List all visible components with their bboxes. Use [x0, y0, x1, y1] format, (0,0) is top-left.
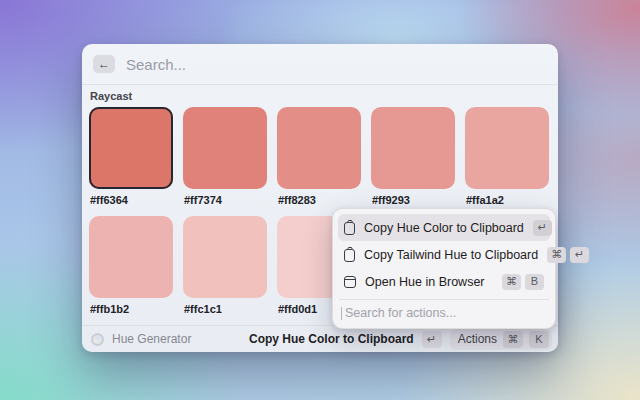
- actions-button[interactable]: Actions ⌘ K: [450, 329, 552, 350]
- menu-item-shortcut: ⌘ ↵: [547, 247, 589, 263]
- color-swatch[interactable]: [465, 107, 549, 189]
- return-key-badge: ↵: [533, 220, 552, 236]
- swatch-hex-label: #ff6364: [90, 194, 173, 206]
- menu-item-copy-hue-color[interactable]: Copy Hue Color to Clipboard ↵: [338, 214, 550, 241]
- search-input[interactable]: Search...: [126, 56, 186, 73]
- swatch-cell[interactable]: #ff7374: [183, 107, 267, 206]
- command-key-badge: ⌘: [503, 331, 523, 348]
- actions-menu-popup: Copy Hue Color to Clipboard ↵ Copy Tailw…: [332, 208, 556, 329]
- text-cursor: [341, 307, 342, 320]
- color-swatch[interactable]: [371, 107, 455, 189]
- swatch-hex-label: #ff8283: [278, 194, 361, 206]
- back-button[interactable]: ←: [93, 55, 115, 73]
- actions-search-input[interactable]: Search for actions...: [338, 300, 550, 323]
- extension-info: Hue Generator: [91, 332, 191, 346]
- hue-generator-icon: [91, 333, 104, 346]
- extension-name: Hue Generator: [112, 332, 191, 346]
- swatch-cell[interactable]: #ff9293: [371, 107, 455, 206]
- swatch-cell[interactable]: #ffa1a2: [465, 107, 549, 206]
- color-swatch[interactable]: [183, 107, 267, 189]
- section-label: Raycast: [90, 90, 558, 102]
- swatch-cell[interactable]: #ffb1b2: [89, 216, 173, 315]
- clipboard-icon: [344, 249, 355, 262]
- swatch-hex-label: #ffa1a2: [466, 194, 549, 206]
- color-swatch[interactable]: [183, 216, 267, 298]
- footer-actions: Copy Hue Color to Clipboard ↵ Actions ⌘ …: [249, 329, 552, 350]
- command-key-badge: ⌘: [547, 247, 566, 263]
- desktop-background: ← Search... Raycast #ff6364 #ff7374 #ff8…: [0, 0, 640, 400]
- swatch-hex-label: #ff7374: [184, 194, 267, 206]
- k-key-badge: K: [529, 331, 549, 348]
- menu-item-copy-tailwind-hue[interactable]: Copy Tailwind Hue to Clipboard ⌘ ↵: [338, 241, 550, 268]
- return-key-badge: ↵: [422, 331, 442, 348]
- actions-button-label: Actions: [458, 332, 497, 346]
- menu-item-label: Copy Tailwind Hue to Clipboard: [364, 248, 538, 262]
- swatch-hex-label: #ffc1c1: [184, 303, 267, 315]
- swatch-row-1: #ff6364 #ff7374 #ff8283 #ff9293 #ffa1a2: [82, 107, 558, 206]
- browser-window-icon: [344, 276, 356, 288]
- menu-item-shortcut: ↵: [533, 220, 552, 236]
- search-header: ← Search...: [82, 44, 558, 84]
- swatch-cell[interactable]: #ff8283: [277, 107, 361, 206]
- swatch-cell[interactable]: #ff6364: [89, 107, 173, 206]
- actions-search-placeholder: Search for actions...: [345, 306, 456, 320]
- primary-action-label[interactable]: Copy Hue Color to Clipboard: [249, 332, 414, 346]
- raycast-window: ← Search... Raycast #ff6364 #ff7374 #ff8…: [82, 44, 558, 352]
- color-swatch[interactable]: [89, 216, 173, 298]
- status-bar: Hue Generator Copy Hue Color to Clipboar…: [82, 325, 558, 352]
- command-key-badge: ⌘: [502, 274, 521, 290]
- menu-item-shortcut: ⌘ B: [502, 274, 544, 290]
- arrow-left-icon: ←: [98, 58, 110, 70]
- menu-item-label: Copy Hue Color to Clipboard: [364, 221, 524, 235]
- color-swatch-selected[interactable]: [89, 107, 173, 189]
- menu-item-open-in-browser[interactable]: Open Hue in Browser ⌘ B: [338, 268, 550, 295]
- swatch-cell[interactable]: #ffc1c1: [183, 216, 267, 315]
- b-key-badge: B: [525, 274, 544, 290]
- return-key-badge: ↵: [570, 247, 589, 263]
- menu-item-label: Open Hue in Browser: [365, 275, 493, 289]
- header-divider: [82, 84, 558, 85]
- color-swatch[interactable]: [277, 107, 361, 189]
- clipboard-icon: [344, 222, 355, 235]
- swatch-hex-label: #ff9293: [372, 194, 455, 206]
- swatch-hex-label: #ffb1b2: [90, 303, 173, 315]
